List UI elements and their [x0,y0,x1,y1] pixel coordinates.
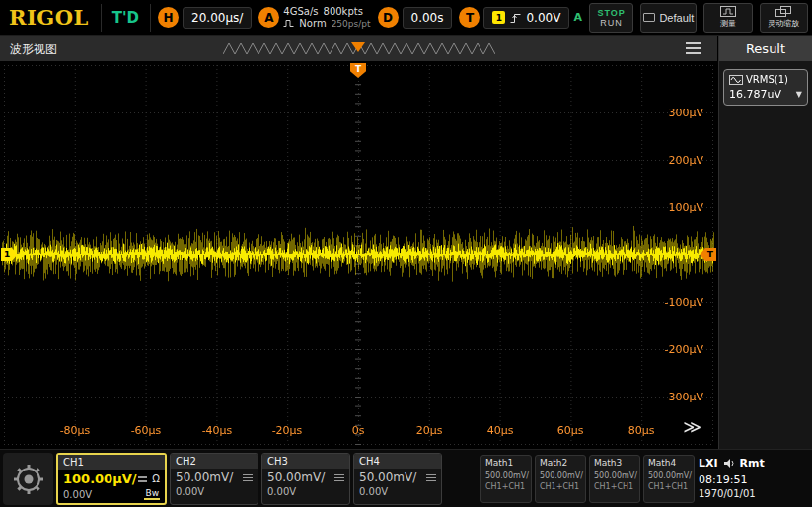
topbar: RIGOL T'D H 20.00μs/ A 4GSa/s 800kpts No… [0,0,812,36]
v-axis-label: 300μV [668,107,703,119]
result-value: 16.787uV [729,88,781,101]
clock-time: 08:19:51 [699,473,809,486]
expand-menu-icon[interactable]: ≫ [683,416,701,437]
default-icon [643,13,655,22]
t-axis-label: 40μs [487,424,514,437]
measure-label: 测量 [720,18,736,29]
rising-edge-icon [510,12,521,24]
zoom-button[interactable]: 灵动缩放 [760,3,808,33]
measurement-icon [729,75,743,85]
channel-menu-icon [334,474,344,475]
result-title: Result [719,36,812,61]
gear-icon [12,463,45,496]
ch4-name: CH4 [359,456,380,467]
menu-icon[interactable] [686,42,701,44]
t-axis-label: 60μs [557,424,584,437]
measure-button[interactable]: 测量 [703,3,752,33]
zoom-icon [775,6,791,17]
v-axis-label: 100μV [668,201,703,214]
ch2-scale: 50.00mV/ [176,471,233,484]
t-axis-label: 0s [352,424,365,437]
math3-scale: 500.00mV/ [594,471,635,480]
t-axis-label: -40μs [202,424,233,437]
channel-panel-ch4[interactable]: CH4 50.00mV/ 0.00V [353,453,442,505]
delay-icon: D [378,7,399,28]
channel-menu-icon [426,474,436,475]
trigger-icon: T [459,7,480,28]
impedance-label: Ω [152,473,160,484]
delay-settings[interactable]: D 0.00s [378,7,453,29]
ch3-scale: 50.00mV/ [267,471,325,484]
math4-panel[interactable]: Math4 500.00mV/ CH1+CH1 [643,455,695,503]
result-item[interactable]: VRMS(1) 16.787uV ▼ [723,69,808,106]
trigger-level: 0.00V [526,11,560,25]
t-axis-label: -80μs [60,424,91,437]
ch1-name: CH1 [63,457,84,468]
oscilloscope-screen: RIGOL T'D H 20.00μs/ A 4GSa/s 800kpts No… [0,0,812,507]
t-axis-label: 20μs [416,424,443,437]
t-axis-label: -60μs [131,424,162,437]
channel-panel-ch2[interactable]: CH2 50.00mV/ 0.00V [170,453,258,505]
horizontal-settings[interactable]: H 20.00μs/ [158,7,252,29]
sample-rate: 4GSa/s [283,6,318,17]
sample-resolution: 250ps/pt [332,19,371,29]
timebase-value: 20.00μs/ [183,7,252,29]
ch2-offset: 0.00V [176,486,204,497]
memory-depth: 800kpts [324,6,363,17]
trigger-sweep-indicator: A [573,11,582,24]
result-label: VRMS(1) [746,74,788,85]
math4-expr: CH1+CH1 [648,482,690,491]
stop-label: STOP [597,8,625,18]
acquisition-settings[interactable]: A 4GSa/s 800kpts Norm 250ps/pt [258,6,370,29]
coupling-icon [138,476,147,478]
waveform-canvas[interactable] [0,61,717,449]
clock-date: 1970/01/01 [699,488,809,499]
ch1-scale: 100.00μV/ [63,471,137,486]
ch3-offset: 0.00V [267,486,296,497]
math1-panel[interactable]: Math1 500.00mV/ CH1+CH1 [480,455,532,503]
math2-scale: 500.00mV/ [540,471,581,480]
zoom-label: 灵动缩放 [768,18,799,29]
math2-name: Math2 [540,458,581,468]
rigol-logo: RIGOL [4,5,94,30]
math1-expr: CH1+CH1 [485,482,527,491]
delay-value: 0.00s [403,7,453,29]
default-label: Default [659,12,694,24]
math1-scale: 500.00mV/ [485,471,527,480]
speaker-icon[interactable] [723,458,735,469]
channel-panel-ch1[interactable]: CH1 100.00μV/ Ω 0.00V Bw [56,453,167,505]
ch3-name: CH3 [267,456,288,467]
view-title[interactable]: 波形视图 [10,41,57,58]
waveform-display[interactable]: 300μV 200μV 100μV -100μV -200μV -300μV -… [0,61,717,449]
v-axis-label: -100μV [665,296,704,309]
ch2-name: CH2 [176,456,196,467]
default-button[interactable]: Default [640,3,697,33]
ch1-offset: 0.00V [63,489,92,500]
rigol-knob-logo[interactable] [3,453,53,505]
trigger-valuebox: 1 0.00V [483,7,569,29]
v-axis-label: 200μV [668,154,703,167]
math3-panel[interactable]: Math3 500.00mV/ CH1+CH1 [589,455,640,503]
channel-panel-ch3[interactable]: CH3 50.00mV/ 0.00V [261,453,350,505]
bandwidth-badge: Bw [144,488,160,500]
dropdown-caret-icon[interactable]: ▼ [796,90,802,99]
stop-run-button[interactable]: STOP RUN [589,3,633,33]
horizontal-icon: H [158,7,179,28]
bottombar: CH1 100.00μV/ Ω 0.00V Bw CH2 50.00mV/ 0.… [0,449,812,507]
math4-scale: 500.00mV/ [648,471,690,480]
v-axis-label: -300μV [665,391,704,403]
result-panel: Result VRMS(1) 16.787uV ▼ [718,36,812,449]
acquisition-info: 4GSa/s 800kpts Norm 250ps/pt [283,6,370,29]
waveform-toolbar: 波形视图 [0,36,717,61]
trigger-status-badge: T'D [101,4,151,32]
t-axis-label: -20μs [272,424,303,437]
math2-panel[interactable]: Math2 500.00mV/ CH1+CH1 [535,455,586,503]
v-axis-label: -200μV [665,343,704,356]
ch4-offset: 0.00V [359,486,388,497]
trigger-settings[interactable]: T 1 0.00V A [459,7,581,29]
math2-expr: CH1+CH1 [540,482,581,491]
timebase-position-strip[interactable] [223,39,495,57]
ch4-scale: 50.00mV/ [359,471,416,484]
lxi-label: LXI [699,457,718,470]
square-wave-icon [283,19,294,28]
